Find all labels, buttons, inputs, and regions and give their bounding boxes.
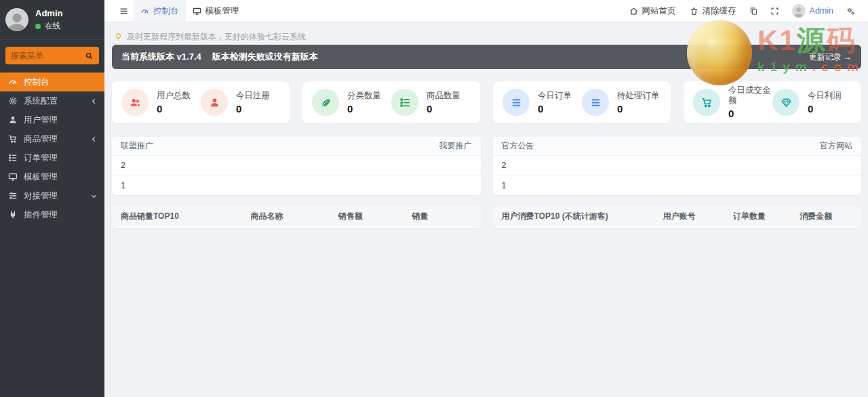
user-status-label: 在线	[45, 21, 60, 31]
stat-label: 分类数量	[347, 91, 381, 101]
column-header: 订单数量	[733, 211, 800, 222]
panels-row: 联盟推广 我要推广 2 1 官方公告 官方网站 2 1	[112, 137, 861, 195]
chevron-down-icon	[90, 192, 98, 200]
sidebar-item-template-management[interactable]: 模板管理	[0, 167, 104, 186]
sidebar-item-label: 系统配置	[24, 96, 90, 107]
users-icon	[121, 89, 149, 116]
plug-icon	[8, 210, 18, 220]
update-log-link[interactable]: 更新记录 →	[809, 51, 852, 63]
column-header: 销售额	[338, 211, 412, 222]
sidebar-item-dashboard[interactable]: 控制台	[0, 72, 104, 91]
sidebar: Admin 在线 控制台 系统配置	[0, 0, 104, 397]
sidebar-item-label: 控制台	[24, 77, 98, 88]
navbar-avatar	[792, 4, 806, 18]
column-header: 消费金额	[800, 211, 852, 222]
list-item[interactable]: 2	[493, 156, 862, 175]
desktop-icon	[8, 172, 18, 182]
stat-card-catalog: 分类数量 0 商品数量 0	[302, 81, 480, 123]
leaf-icon	[312, 89, 339, 116]
list-item[interactable]: 1	[493, 175, 862, 195]
list-icon	[582, 89, 609, 116]
stat-item: 商品数量 0	[391, 89, 471, 116]
navbar-user-menu[interactable]: Admin	[785, 0, 840, 22]
list-item-text: 2	[121, 161, 125, 170]
list-icon	[502, 89, 530, 116]
sidebar-user-panel: Admin 在线	[0, 0, 104, 40]
clear-cache-link[interactable]: 清除缓存	[683, 0, 743, 22]
paste-button[interactable]	[743, 0, 764, 22]
update-notice-text: 及时更新程序到最新版本，更好的体验七彩云系统	[127, 31, 306, 43]
content-area: 及时更新程序到最新版本，更好的体验七彩云系统 当前系统版本 v1.7.4 版本检…	[104, 22, 868, 397]
list-item[interactable]: 1	[112, 175, 481, 195]
user-icon	[8, 115, 18, 125]
stat-value: 0	[347, 103, 381, 114]
sidebar-item-label: 商品管理	[24, 133, 90, 145]
column-header: 商品名称	[250, 211, 338, 222]
stat-value: 0	[538, 103, 572, 114]
site-home-label: 网站首页	[642, 5, 676, 17]
stat-item: 今日注册 0	[201, 89, 280, 116]
clear-cache-label: 清除缓存	[703, 5, 736, 17]
fullscreen-button[interactable]	[764, 0, 785, 22]
hamburger-icon	[119, 7, 128, 16]
column-header: 用户账号	[663, 211, 734, 222]
stat-label: 今日订单	[538, 91, 572, 101]
sidebar-item-plugin-management[interactable]: 插件管理	[0, 205, 104, 224]
table-top-products: 商品销量TOP10 商品名称 销售额 销量	[112, 207, 481, 228]
stat-item: 今日订单 0	[502, 89, 582, 116]
navbar-user-label: Admin	[810, 6, 833, 16]
stat-label: 今日成交金额	[728, 85, 772, 106]
user-icon	[201, 89, 228, 116]
cogs-icon	[846, 7, 855, 16]
sidebar-item-user-management[interactable]: 用户管理	[0, 110, 104, 129]
user-avatar	[5, 8, 28, 31]
stat-card-orders: 今日订单 0 待处理订单 0	[493, 81, 671, 123]
cart-icon	[693, 89, 720, 116]
tab-template-management[interactable]: 模板管理	[186, 0, 246, 22]
settings-button[interactable]	[840, 0, 861, 22]
version-text: 当前系统版本 v1.7.4	[121, 51, 201, 63]
sliders-icon	[8, 191, 18, 201]
paste-icon	[749, 7, 758, 16]
tab-label: 控制台	[153, 5, 179, 17]
affiliate-action-link[interactable]: 我要推广	[439, 140, 472, 152]
tachometer-icon	[8, 77, 18, 87]
version-banner: 当前系统版本 v1.7.4 版本检测失败或没有新版本 更新记录 →	[112, 45, 861, 69]
search-input[interactable]	[11, 51, 85, 60]
sidebar-item-product-management[interactable]: 商品管理	[0, 129, 104, 148]
sidebar-toggle-button[interactable]	[114, 0, 134, 22]
sidebar-item-label: 插件管理	[24, 209, 98, 221]
stat-value: 0	[236, 103, 270, 114]
sidebar-item-label: 对接管理	[24, 190, 90, 202]
tab-dashboard[interactable]: 控制台	[134, 0, 186, 22]
table-title: 用户消费TOP10 (不统计游客)	[502, 211, 663, 222]
tables-row: 商品销量TOP10 商品名称 销售额 销量 用户消费TOP10 (不统计游客) …	[112, 207, 861, 228]
app-window: Admin 在线 控制台 系统配置	[0, 0, 868, 397]
stat-value: 0	[728, 108, 772, 119]
stat-label: 今日利润	[808, 91, 842, 101]
main-area: 控制台 模板管理 网站首页 清除缓存	[104, 0, 868, 397]
official-site-link[interactable]: 官方网站	[820, 140, 852, 152]
chevron-left-icon	[90, 98, 98, 105]
list-item-text: 1	[121, 181, 125, 190]
sidebar-item-order-management[interactable]: 订单管理	[0, 148, 104, 167]
site-home-link[interactable]: 网站首页	[623, 0, 683, 22]
sidebar-item-system-config[interactable]: 系统配置	[0, 91, 104, 110]
panel-title: 联盟推广	[121, 140, 153, 152]
lightbulb-icon	[114, 33, 123, 41]
sidebar-item-label: 模板管理	[24, 171, 98, 183]
sidebar-search[interactable]	[5, 47, 99, 64]
list-icon	[8, 153, 18, 163]
expand-icon	[770, 7, 779, 16]
search-icon[interactable]	[85, 51, 94, 60]
sidebar-item-integration-management[interactable]: 对接管理	[0, 186, 104, 205]
stat-item: 今日成交金额 0	[693, 85, 772, 119]
stat-value: 0	[617, 103, 660, 114]
gem-icon	[772, 89, 800, 116]
list-item[interactable]: 2	[112, 156, 481, 175]
panel-announcements: 官方公告 官方网站 2 1	[493, 137, 862, 195]
cart-icon	[8, 134, 18, 144]
column-header: 销量	[412, 211, 472, 222]
tab-label: 模板管理	[205, 5, 239, 17]
stat-label: 今日注册	[236, 91, 270, 101]
